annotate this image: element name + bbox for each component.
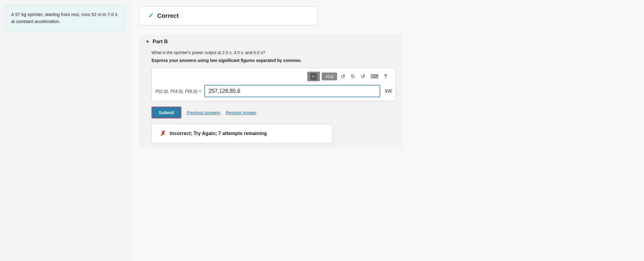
answer-row: P(2.0), P(4.0), P(6.0) = kW	[155, 85, 392, 97]
math-template-button[interactable]: √□	[307, 72, 320, 81]
answer-input[interactable]	[204, 85, 380, 97]
redo-button[interactable]: ↻	[349, 72, 357, 81]
right-panel: ✓ Correct ▼ Part B What is the sprinter'…	[130, 0, 644, 261]
radical-icon: √□	[310, 73, 317, 80]
checkmark-icon: ✓	[148, 12, 154, 20]
part-b-question: What is the sprinter's power output at 2…	[145, 50, 396, 55]
problem-text: A 57 kg sprinter, starting from rest, ru…	[11, 12, 117, 24]
help-button[interactable]: ?	[382, 72, 389, 81]
greek-symbols-button[interactable]: ΑΣφ	[322, 72, 337, 80]
problem-statement: A 57 kg sprinter, starting from rest, ru…	[5, 5, 126, 31]
part-b-instruction: Express your answers using two significa…	[145, 58, 396, 63]
keyboard-button[interactable]: ⌨	[369, 72, 380, 81]
math-toolbar: √□ ΑΣφ ↺ ↻ ↺ ⌨ ?	[155, 72, 392, 81]
incorrect-label: Incorrect; Try Again; 7 attempts remaini…	[170, 131, 267, 136]
unit-label: kW	[385, 89, 392, 94]
request-answer-button[interactable]: Request Answer	[226, 110, 257, 115]
x-icon: ✗	[160, 130, 166, 137]
refresh-button[interactable]: ↺	[359, 72, 367, 81]
correct-box: ✓ Correct	[139, 6, 317, 25]
part-b-title: Part B	[153, 39, 168, 45]
correct-label: Correct	[157, 12, 179, 19]
part-b-section: ▼ Part B What is the sprinter's power ou…	[139, 34, 402, 147]
answer-label: P(2.0), P(4.0), P(6.0) =	[155, 89, 201, 94]
submit-button[interactable]: Submit	[151, 107, 181, 118]
previous-answers-button[interactable]: Previous Answers	[187, 110, 220, 115]
part-b-header: ▼ Part B	[145, 39, 396, 45]
answer-box: √□ ΑΣφ ↺ ↻ ↺ ⌨ ? P(2.0), P(4.0), P(6.0) …	[151, 68, 396, 101]
submit-row: Submit Previous Answers Request Answer	[145, 107, 396, 118]
collapse-arrow-icon[interactable]: ▼	[145, 39, 150, 44]
undo-button[interactable]: ↺	[339, 72, 347, 81]
incorrect-box: ✗ Incorrect; Try Again; 7 attempts remai…	[151, 124, 333, 143]
